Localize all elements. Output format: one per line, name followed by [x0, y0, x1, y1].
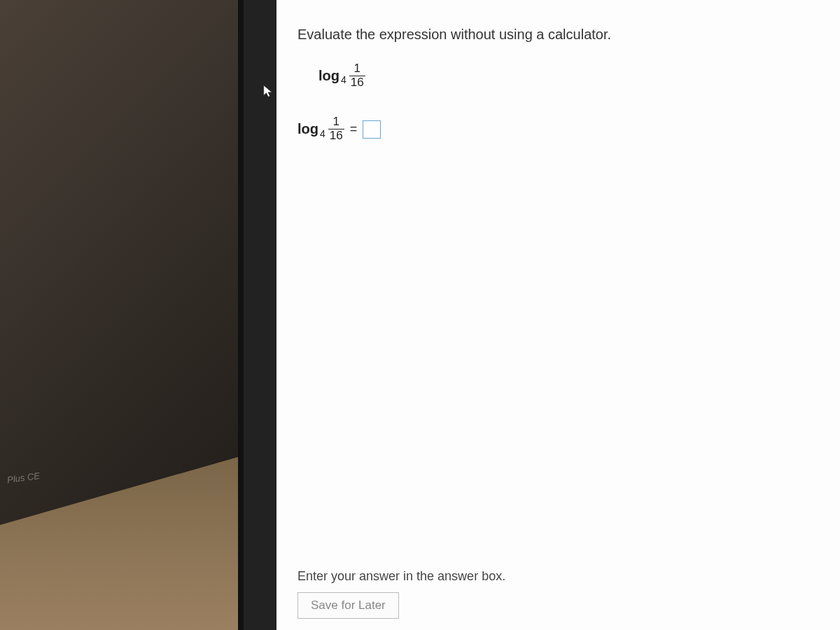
expression-display: log 4 1 16 — [318, 62, 819, 89]
equals-sign: = — [350, 122, 358, 136]
log-function-label: log — [318, 68, 340, 84]
answer-line: log 4 1 16 = — [298, 115, 819, 142]
log-argument-fraction: 1 16 — [349, 62, 365, 89]
answer-input[interactable] — [363, 120, 381, 139]
screen-content: Evaluate the expression without using a … — [276, 0, 840, 630]
cursor-icon — [261, 84, 276, 99]
answer-log-argument-fraction: 1 16 — [328, 115, 344, 142]
log-base: 4 — [341, 74, 346, 85]
answer-fraction-numerator: 1 — [332, 115, 341, 129]
answer-log-base: 4 — [320, 128, 326, 139]
fraction-numerator: 1 — [353, 62, 362, 76]
answer-hint: Enter your answer in the answer box. — [298, 569, 819, 584]
question-area: Evaluate the expression without using a … — [276, 0, 840, 568]
answer-log-function-label: log — [298, 121, 318, 137]
answer-fraction-denominator: 16 — [328, 129, 344, 143]
fraction-denominator: 16 — [349, 76, 365, 90]
question-prompt: Evaluate the expression without using a … — [298, 27, 819, 43]
footer-area: Enter your answer in the answer box. Sav… — [276, 568, 840, 630]
save-for-later-button[interactable]: Save for Later — [298, 592, 399, 619]
